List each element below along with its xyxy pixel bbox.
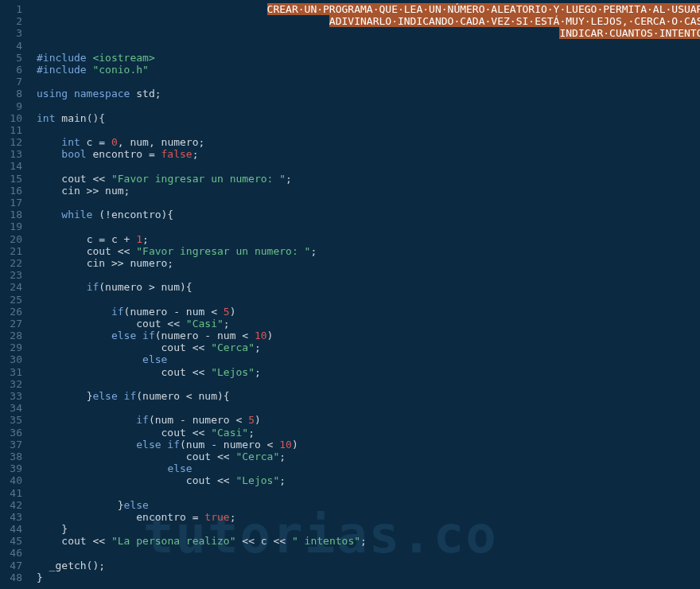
line-number: 20 xyxy=(0,233,22,245)
token: cout << xyxy=(186,451,236,462)
token: cout << xyxy=(61,173,111,185)
token: cout << xyxy=(87,245,137,257)
token-number: 10 xyxy=(279,439,292,451)
code-line: ADIVINARLO·INDICANDO·CADA·VEZ·SI·ESTÁ·MU… xyxy=(37,15,700,27)
token-keyword: if xyxy=(111,306,124,318)
code-line: c = c + 1; xyxy=(37,233,700,245)
code-line: while (!encontro){ xyxy=(37,209,700,220)
token: (num - numero < xyxy=(149,414,248,426)
token: cout << xyxy=(136,318,186,330)
token-string: "Lejos" xyxy=(235,474,279,486)
code-line xyxy=(37,197,700,209)
code-line: if(num - numero < 5) xyxy=(37,414,700,426)
token-string: "Cerca" xyxy=(235,451,279,462)
token-string: "Favor ingresar un numero: " xyxy=(111,173,286,185)
token-string: "conio.h" xyxy=(92,64,148,76)
code-line xyxy=(37,547,700,559)
token-keyword: if xyxy=(161,439,180,451)
line-number: 36 xyxy=(0,427,22,439)
token: (!encontro){ xyxy=(92,209,173,220)
code-line: using namespace std; xyxy=(37,88,700,99)
token-keyword: if xyxy=(87,281,99,293)
code-editor: 1234567891011121314151617181920212223242… xyxy=(0,0,700,589)
token: } xyxy=(118,499,124,511)
code-line: if(numero > num){ xyxy=(37,281,700,293)
code-line: } xyxy=(37,523,700,535)
token-string: "Casi" xyxy=(186,318,224,330)
token-keyword: else xyxy=(167,462,192,474)
token: encontro = xyxy=(87,148,161,160)
code-line: else xyxy=(37,353,700,365)
line-number: 23 xyxy=(0,269,22,281)
line-number: 38 xyxy=(0,451,22,462)
token: ; xyxy=(286,173,292,185)
line-number: 21 xyxy=(0,245,22,257)
code-line: cin >> numero; xyxy=(37,257,700,269)
code-line xyxy=(37,402,700,414)
token: ; xyxy=(255,366,261,378)
code-line: cout << "Casi"; xyxy=(37,318,700,330)
token-keyword: else xyxy=(136,439,161,451)
token: (num - numero < xyxy=(180,439,279,451)
token: (numero < num){ xyxy=(136,390,229,402)
code-line: cout << "Cerca"; xyxy=(37,341,700,353)
code-line: cin >> num; xyxy=(37,185,700,197)
token-include: <iostream> xyxy=(92,52,154,64)
code-area[interactable]: CREAR·UN·PROGRAMA·QUE·LEA·UN·NÚMERO·ALEA… xyxy=(29,0,700,589)
token: (numero > num){ xyxy=(99,281,192,293)
token-keyword: else xyxy=(92,390,117,402)
line-number: 7 xyxy=(0,76,22,88)
code-line: cout << "Lejos"; xyxy=(37,474,700,486)
comment-text: ADIVINARLO·INDICANDO·CADA·VEZ·SI·ESTÁ·MU… xyxy=(329,15,700,27)
line-number: 28 xyxy=(0,330,22,341)
token: ; xyxy=(279,474,286,486)
token: ; xyxy=(230,511,236,523)
token: ) xyxy=(292,439,298,451)
token-keyword: if xyxy=(136,330,154,341)
line-number: 6 xyxy=(0,64,22,76)
token: ; xyxy=(310,245,317,257)
code-line: CREAR·UN·PROGRAMA·QUE·LEA·UN·NÚMERO·ALEA… xyxy=(37,3,700,15)
code-line: else if(num - numero < 10) xyxy=(37,439,700,451)
code-line: } xyxy=(37,571,700,583)
line-number: 43 xyxy=(0,511,22,523)
token-literal: true xyxy=(204,511,229,523)
token-string: "La persona realizo" xyxy=(111,535,236,547)
line-number-gutter: 1234567891011121314151617181920212223242… xyxy=(0,0,29,589)
comment-text: CREAR·UN·PROGRAMA·QUE·LEA·UN·NÚMERO·ALEA… xyxy=(267,3,700,15)
line-number: 13 xyxy=(0,148,22,160)
code-line xyxy=(37,378,700,390)
code-line: _getch(); xyxy=(37,560,700,571)
token-keyword: else xyxy=(142,353,167,365)
token-literal: false xyxy=(161,148,192,160)
code-line: else if(numero - num < 10) xyxy=(37,330,700,341)
token: , num, numero; xyxy=(118,136,205,148)
token: ) xyxy=(267,330,274,341)
code-line xyxy=(37,100,700,112)
code-line: int c = 0, num, numero; xyxy=(37,136,700,148)
code-line xyxy=(37,40,700,52)
code-line: cout << "Favor ingresar un numero: "; xyxy=(37,245,700,257)
token-string: "Casi" xyxy=(211,427,248,439)
token: ; xyxy=(142,233,149,245)
line-number: 29 xyxy=(0,341,22,353)
code-line xyxy=(37,76,700,88)
token-keyword: int xyxy=(61,136,80,148)
token: _getch(); xyxy=(49,560,105,571)
line-number: 9 xyxy=(0,100,22,112)
comment-text: INDICAR·CUANTOS·INTENTOS·REALIZO xyxy=(559,27,700,39)
token-string: "Favor ingresar un numero: " xyxy=(136,245,310,257)
line-number: 25 xyxy=(0,294,22,306)
code-line xyxy=(37,487,700,499)
line-number: 30 xyxy=(0,353,22,365)
token-keyword: else xyxy=(124,499,149,511)
line-number: 31 xyxy=(0,366,22,378)
token: ; xyxy=(360,535,367,547)
line-number: 26 xyxy=(0,306,22,318)
line-number: 17 xyxy=(0,197,22,209)
token: main xyxy=(55,112,86,124)
line-number: 14 xyxy=(0,160,22,172)
token: encontro = xyxy=(136,511,204,523)
token-keyword: namespace xyxy=(68,88,130,99)
token-keyword: bool xyxy=(61,148,86,160)
